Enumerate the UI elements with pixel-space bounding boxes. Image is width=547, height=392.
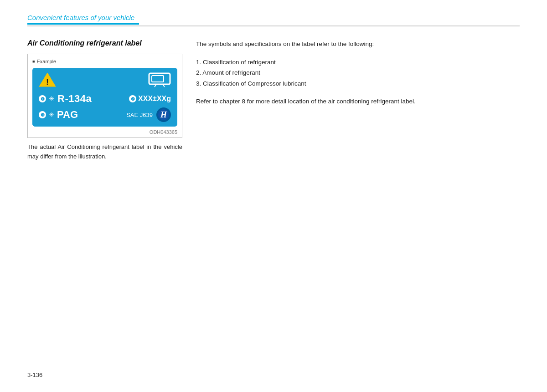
description-text: The symbols and specifications on the la… xyxy=(196,39,520,49)
ac-compressor-icon xyxy=(148,71,171,89)
ac-label-middle-row: ❶ ✳ R-134a ❷ XXX±XXg xyxy=(37,93,173,105)
page-header: Convenient features of your vehicle xyxy=(27,14,520,26)
section-title: Air Conditioning refrigerant label xyxy=(27,39,182,47)
example-box: Example ! xyxy=(27,54,182,138)
refrigerant-name: R-134a xyxy=(57,93,92,105)
list-item-3: 3. Classification of Compressor lubrican… xyxy=(196,79,520,89)
snowflake-icon: ✳ xyxy=(49,95,55,103)
refrigerant-amount-text: XXX±XXg xyxy=(138,95,171,103)
circle-3: ❸ xyxy=(39,111,46,118)
example-label: Example xyxy=(32,59,177,64)
left-column: Air Conditioning refrigerant label Examp… xyxy=(27,39,182,162)
lubricant-info: ❸ ✳ PAG xyxy=(39,109,78,121)
circle-1: ❶ xyxy=(39,95,46,102)
refrigerant-info: ❶ ✳ R-134a xyxy=(39,93,92,105)
lubricant-name: PAG xyxy=(57,109,78,121)
svg-rect-3 xyxy=(152,76,164,82)
content-area: Air Conditioning refrigerant label Examp… xyxy=(27,39,520,162)
sae-text: SAE J639 xyxy=(126,112,153,118)
hyundai-logo: H xyxy=(156,107,171,122)
image-code: ODH043365 xyxy=(32,129,177,135)
ac-label-graphic: ! xyxy=(32,68,177,127)
page-title: Convenient features of your vehicle xyxy=(27,14,139,25)
ac-label-top-row: ! xyxy=(37,71,173,89)
right-column: The symbols and specifications on the la… xyxy=(196,39,520,162)
refer-text: Refer to chapter 8 for more detail locat… xyxy=(196,97,520,107)
image-caption: The actual Air Conditioning refrigerant … xyxy=(27,143,182,162)
list-item-2: 2. Amount of refrigerant xyxy=(196,68,520,78)
svg-text:H: H xyxy=(160,110,167,119)
refrigerant-amount: ❷ XXX±XXg xyxy=(129,95,171,103)
sae-hyundai: SAE J639 H xyxy=(126,107,171,122)
circle-2: ❷ xyxy=(129,95,136,102)
warning-icon: ! xyxy=(39,72,56,89)
svg-text:!: ! xyxy=(46,77,49,87)
feature-list: 1. Classification of refrigerant 2. Amou… xyxy=(196,57,520,89)
list-item-1: 1. Classification of refrigerant xyxy=(196,57,520,67)
ac-label-bottom-row: ❸ ✳ PAG SAE J639 H xyxy=(37,107,173,122)
lubricant-icon: ✳ xyxy=(49,111,54,118)
page-number: 3-136 xyxy=(27,372,42,378)
